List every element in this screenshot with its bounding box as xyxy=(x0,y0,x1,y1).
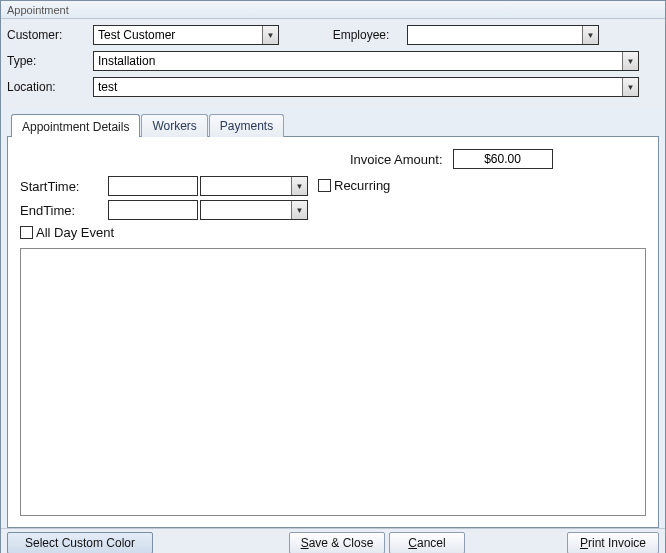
start-date-input[interactable] xyxy=(108,176,198,196)
appointment-details-panel: Invoice Amount: $60.00 StartTime: ▼ Recu… xyxy=(7,136,659,528)
recurring-label: Recurring xyxy=(334,178,390,193)
window-title: Appointment xyxy=(1,1,665,19)
mnemonic: P xyxy=(580,536,588,550)
chevron-down-icon[interactable]: ▼ xyxy=(291,177,307,195)
type-input[interactable] xyxy=(94,52,622,70)
checkbox-icon xyxy=(20,226,33,239)
tab-workers[interactable]: Workers xyxy=(141,114,207,137)
appointment-window: Appointment Customer: ▼ Employee: ▼ Type… xyxy=(0,0,666,553)
tabs-region: Appointment Details Workers Payments Inv… xyxy=(1,109,665,528)
customer-input[interactable] xyxy=(94,26,262,44)
type-dropdown[interactable]: ▼ xyxy=(93,51,639,71)
tab-payments[interactable]: Payments xyxy=(209,114,284,137)
button-bar: Select Custom Color Save & Close Cancel … xyxy=(1,528,665,553)
chevron-down-icon[interactable]: ▼ xyxy=(622,78,638,96)
mnemonic: S xyxy=(301,536,309,550)
mnemonic: C xyxy=(408,536,417,550)
all-day-label: All Day Event xyxy=(36,225,114,240)
invoice-amount-label: Invoice Amount: xyxy=(350,152,443,167)
save-text: ave & Close xyxy=(309,536,374,550)
start-time-label: StartTime: xyxy=(20,179,108,194)
end-time-dropdown[interactable]: ▼ xyxy=(200,200,308,220)
cancel-text: ancel xyxy=(417,536,446,550)
start-time-input[interactable] xyxy=(201,177,291,195)
save-and-close-button[interactable]: Save & Close xyxy=(289,532,385,554)
employee-label: Employee: xyxy=(315,28,407,42)
header-form: Customer: ▼ Employee: ▼ Type: ▼ Location… xyxy=(1,19,665,109)
chevron-down-icon[interactable]: ▼ xyxy=(262,26,278,44)
print-text: rint Invoice xyxy=(588,536,646,550)
chevron-down-icon[interactable]: ▼ xyxy=(622,52,638,70)
end-date-input[interactable] xyxy=(108,200,198,220)
all-day-checkbox[interactable]: All Day Event xyxy=(20,225,114,240)
start-time-dropdown[interactable]: ▼ xyxy=(200,176,308,196)
end-time-label: EndTime: xyxy=(20,203,108,218)
customer-dropdown[interactable]: ▼ xyxy=(93,25,279,45)
customer-label: Customer: xyxy=(7,28,93,42)
checkbox-icon xyxy=(318,179,331,192)
cancel-button[interactable]: Cancel xyxy=(389,532,465,554)
invoice-amount-value: $60.00 xyxy=(453,149,553,169)
location-input[interactable] xyxy=(94,78,622,96)
notes-textarea[interactable] xyxy=(20,248,646,516)
employee-dropdown[interactable]: ▼ xyxy=(407,25,599,45)
chevron-down-icon[interactable]: ▼ xyxy=(291,201,307,219)
end-time-input[interactable] xyxy=(201,201,291,219)
chevron-down-icon[interactable]: ▼ xyxy=(582,26,598,44)
recurring-checkbox[interactable]: Recurring xyxy=(318,178,390,193)
location-dropdown[interactable]: ▼ xyxy=(93,77,639,97)
select-custom-color-button[interactable]: Select Custom Color xyxy=(7,532,153,554)
employee-input[interactable] xyxy=(408,26,582,44)
print-invoice-button[interactable]: Print Invoice xyxy=(567,532,659,554)
tab-strip: Appointment Details Workers Payments xyxy=(7,113,659,136)
location-label: Location: xyxy=(7,80,93,94)
tab-appointment-details[interactable]: Appointment Details xyxy=(11,114,140,137)
type-label: Type: xyxy=(7,54,93,68)
